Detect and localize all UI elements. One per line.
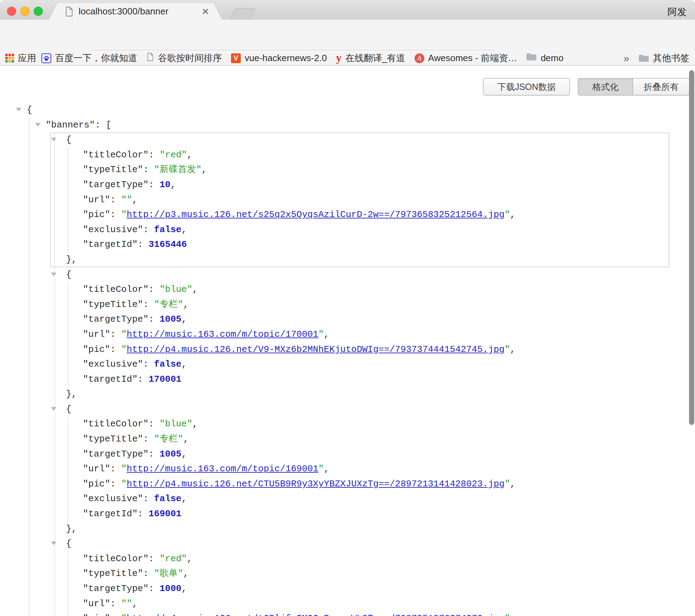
banner-object-1: {"titleColor": "blue","typeTitle": "专栏",… bbox=[50, 267, 669, 402]
json-key: "titleColor" bbox=[83, 150, 148, 160]
collapse-triangle-icon[interactable] bbox=[51, 407, 57, 411]
bookmark-label: demo bbox=[541, 53, 563, 64]
bookmark-item-3[interactable]: y在线翻译_有道 bbox=[336, 52, 405, 64]
other-bookmarks-folder[interactable]: 其他书签 bbox=[638, 52, 689, 64]
json-punctuation: : bbox=[110, 479, 121, 489]
json-entry-url: "url": "", bbox=[50, 192, 669, 208]
json-string-value: "blue" bbox=[159, 419, 192, 429]
json-entry-titleColor: "titleColor": "blue", bbox=[50, 417, 669, 432]
json-string-value: "red" bbox=[159, 553, 187, 564]
json-punctuation: }, bbox=[66, 254, 77, 265]
json-key: "url" bbox=[83, 598, 110, 609]
json-number-value: 1005 bbox=[159, 449, 181, 459]
profile-name[interactable]: 阿发 bbox=[668, 6, 687, 18]
banner-object-3: {"titleColor": "red","typeTitle": "歌单","… bbox=[50, 536, 669, 616]
json-link[interactable]: http://music.163.com/m/topic/170001 bbox=[127, 329, 318, 340]
new-tab-button[interactable] bbox=[228, 8, 256, 21]
bookmark-item-0[interactable]: 百度一下，你就知道 bbox=[41, 52, 137, 64]
json-punctuation: : bbox=[143, 434, 154, 444]
json-entry-targetId: "targetId": 170001 bbox=[50, 372, 669, 387]
json-key: "url" bbox=[83, 195, 110, 205]
json-key: "pic" bbox=[83, 209, 110, 220]
json-string-value: " bbox=[504, 479, 510, 489]
json-link[interactable]: http://p4.music.126.net/tGPljf-IMOCyPvum… bbox=[127, 613, 505, 616]
json-key: "exclusive" bbox=[83, 224, 143, 235]
zoom-window-button[interactable] bbox=[34, 7, 43, 16]
bookmark-item-4[interactable]: AAwesomes - 前端资… bbox=[415, 52, 517, 64]
json-array-key: "banners": [ bbox=[0, 118, 695, 133]
collapse-triangle-icon[interactable] bbox=[51, 273, 57, 276]
json-punctuation: , bbox=[510, 344, 516, 355]
json-entry-typeTitle: "typeTitle": "专栏", bbox=[50, 432, 669, 447]
bookmark-label: 百度一下，你就知道 bbox=[55, 52, 137, 64]
json-punctuation: , bbox=[324, 464, 330, 474]
collapse-triangle-icon[interactable] bbox=[35, 123, 41, 126]
bookmark-label: Awesomes - 前端资… bbox=[428, 52, 517, 64]
browser-window: localhost:3000/banner ✕ 阿发 localhost:300… bbox=[0, 0, 695, 616]
minimize-window-button[interactable] bbox=[20, 7, 29, 16]
json-string-value: "专栏" bbox=[154, 299, 183, 310]
scrollbar-thumb[interactable] bbox=[689, 70, 694, 425]
bookmarks-overflow-chevron[interactable]: » bbox=[623, 52, 629, 64]
json-number-value: false bbox=[154, 359, 181, 369]
json-key: "targetType" bbox=[83, 583, 148, 594]
json-object-open: { bbox=[50, 536, 669, 551]
json-punctuation: , bbox=[324, 329, 330, 340]
collapse-triangle-icon[interactable] bbox=[51, 138, 57, 141]
json-link[interactable]: http://p4.music.126.net/CTU5B9R9y3XyYBZX… bbox=[127, 479, 505, 489]
indent-guide bbox=[29, 118, 29, 616]
titlebar: localhost:3000/banner ✕ 阿发 bbox=[0, 0, 695, 20]
json-punctuation: , bbox=[510, 613, 516, 616]
bookmark-item-1[interactable]: 谷歌按时间排序 bbox=[146, 52, 222, 64]
json-entry-exclusive: "exclusive": false, bbox=[50, 222, 669, 237]
json-link[interactable]: http://p3.music.126.net/s25q2x5QyqsAzilC… bbox=[127, 209, 505, 220]
json-entry-targetId: "targetId": 169001 bbox=[50, 506, 669, 522]
json-string-value: "" bbox=[121, 598, 132, 609]
json-punctuation: : bbox=[143, 493, 154, 504]
json-punctuation: , bbox=[132, 598, 138, 609]
json-punctuation: : bbox=[110, 209, 121, 220]
bookmarks-bar: 应用 百度一下，你就知道谷歌按时间排序Vvue-hackernews-2.0y在… bbox=[0, 51, 695, 66]
json-key: "url" bbox=[83, 329, 110, 340]
json-key: "typeTitle" bbox=[83, 164, 143, 175]
close-window-button[interactable] bbox=[7, 7, 16, 16]
json-punctuation: : bbox=[143, 164, 154, 175]
json-entry-pic: "pic": "http://p4.music.126.net/tGPljf-I… bbox=[50, 611, 669, 616]
json-punctuation: : bbox=[138, 374, 148, 385]
json-entry-titleColor: "titleColor": "red", bbox=[50, 148, 669, 163]
json-punctuation: : bbox=[148, 553, 159, 564]
json-object-open: { bbox=[50, 402, 669, 417]
banner-object-2: {"titleColor": "blue","typeTitle": "专栏",… bbox=[50, 402, 669, 536]
json-punctuation: : bbox=[143, 299, 154, 310]
json-punctuation: , bbox=[187, 150, 192, 160]
json-link[interactable]: http://p4.music.126.net/V9-MXz6b2MNhEKju… bbox=[127, 344, 505, 355]
json-key: "pic" bbox=[83, 344, 110, 355]
bookmark-item-2[interactable]: Vvue-hackernews-2.0 bbox=[231, 53, 327, 64]
json-key: "titleColor" bbox=[83, 419, 148, 429]
collapse-triangle-icon[interactable] bbox=[51, 542, 57, 545]
collapse-triangle-icon[interactable] bbox=[16, 108, 21, 111]
json-punctuation: , bbox=[192, 419, 198, 429]
traffic-lights bbox=[7, 7, 43, 16]
json-entry-exclusive: "exclusive": false, bbox=[50, 491, 669, 506]
json-link[interactable]: http://music.163.com/m/topic/169001 bbox=[127, 464, 318, 474]
json-punctuation: , bbox=[510, 479, 516, 489]
apps-label: 应用 bbox=[18, 52, 36, 64]
bookmark-item-5[interactable]: demo bbox=[526, 53, 563, 64]
json-punctuation: : bbox=[148, 314, 159, 325]
json-number-value: false bbox=[154, 224, 181, 235]
json-punctuation: : [ bbox=[95, 120, 111, 130]
json-punctuation: }, bbox=[66, 389, 77, 399]
json-key: "url" bbox=[83, 464, 110, 474]
browser-tab[interactable]: localhost:3000/banner ✕ bbox=[49, 3, 222, 20]
indent-guide bbox=[68, 282, 68, 387]
json-key: "pic" bbox=[83, 479, 110, 489]
json-punctuation: , bbox=[187, 553, 192, 564]
json-punctuation: }, bbox=[66, 524, 77, 534]
json-punctuation: , bbox=[171, 179, 176, 190]
tab-close-icon[interactable]: ✕ bbox=[201, 7, 209, 16]
json-punctuation: : bbox=[148, 419, 159, 429]
json-number-value: 1000 bbox=[159, 583, 181, 594]
json-punctuation: { bbox=[66, 538, 72, 549]
apps-shortcut[interactable]: 应用 bbox=[5, 52, 36, 64]
